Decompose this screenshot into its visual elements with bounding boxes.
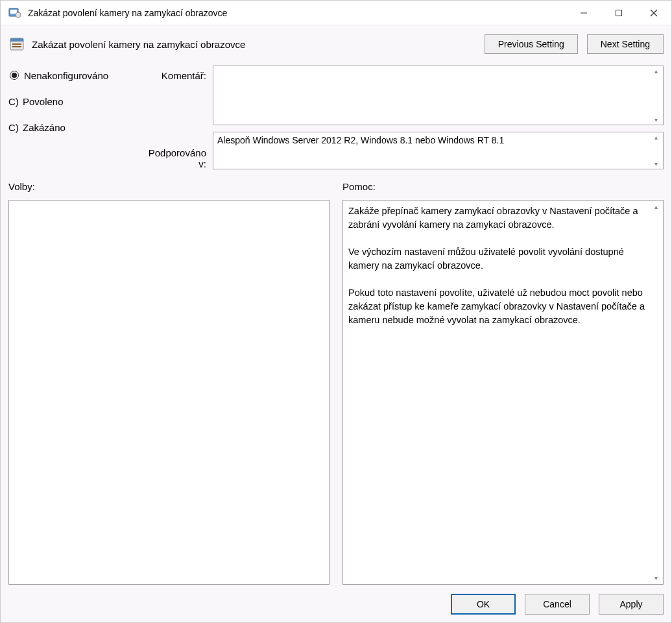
comment-label: Komentář: [162,70,206,81]
policy-icon [8,36,25,53]
radio-disabled[interactable]: C) Zakázáno [8,117,138,137]
radio-enabled[interactable]: C) Povoleno [8,92,138,111]
svg-rect-4 [616,10,622,16]
panes-row: Zakáže přepínač kamery zamykací obrazovk… [8,200,664,585]
next-setting-button[interactable]: Next Setting [587,34,664,54]
ok-button[interactable]: OK [451,594,516,615]
window-title: Zakázat povolení kamery na zamykací obra… [28,8,566,18]
apply-button[interactable]: Apply [599,594,664,615]
svg-rect-8 [10,38,23,42]
radio-prefix: C) [8,96,23,107]
comment-field[interactable]: ▴▾ [213,66,664,125]
scrollbar-icon[interactable]: ▴▾ [650,203,662,581]
help-pane: Zakáže přepínač kamery zamykací obrazovk… [342,200,664,585]
mid-labels-row: Volby: Pomoc: [8,181,664,197]
radio-prefix: C) [8,122,23,133]
header-row: Zakázat povolení kamery na zamykací obra… [8,31,664,60]
field-column: ▴▾ Alespoň Windows Server 2012 R2, Windo… [213,66,664,169]
svg-rect-1 [10,10,17,14]
help-content: Zakáže přepínač kamery zamykací obrazovk… [348,204,647,580]
label-column: Komentář: Podporováno v: [138,66,213,169]
supported-value: Alespoň Windows Server 2012 R2, Windows … [217,135,504,145]
footer-row: OK Cancel Apply [8,585,664,615]
scrollbar-icon: ▴▾ [650,134,662,167]
help-label: Pomoc: [342,181,664,192]
radio-label: Zakázáno [23,122,66,133]
previous-setting-button[interactable]: Previous Setting [485,34,578,54]
radio-not-configured[interactable]: Nenakonfigurováno [8,66,138,85]
options-label: Volby: [8,181,330,192]
dialog-body: Zakázat povolení kamery na zamykací obra… [1,25,671,622]
app-icon [7,5,23,21]
cancel-button[interactable]: Cancel [525,594,590,615]
config-row: Nenakonfigurováno C) Povoleno C) Zakázán… [8,66,664,169]
policy-title: Zakázat povolení kamery na zamykací obra… [32,39,475,50]
radio-label: Nenakonfigurováno [24,70,108,81]
titlebar: Zakázat povolení kamery na zamykací obra… [1,1,671,25]
radio-column: Nenakonfigurováno C) Povoleno C) Zakázán… [8,66,138,169]
maximize-button[interactable] [601,1,636,25]
supported-field: Alespoň Windows Server 2012 R2, Windows … [213,132,664,169]
options-content [14,204,313,580]
radio-label: Povoleno [23,96,64,107]
minimize-button[interactable] [566,1,601,25]
svg-point-2 [16,12,21,18]
supported-label: Podporováno v: [138,147,206,169]
policy-dialog: Zakázat povolení kamery na zamykací obra… [0,0,672,623]
svg-rect-10 [12,46,21,47]
radio-mark-icon [10,71,19,80]
svg-rect-9 [12,43,21,45]
close-button[interactable] [636,1,671,25]
options-pane [8,200,330,585]
scrollbar-icon: ▴▾ [650,67,662,123]
